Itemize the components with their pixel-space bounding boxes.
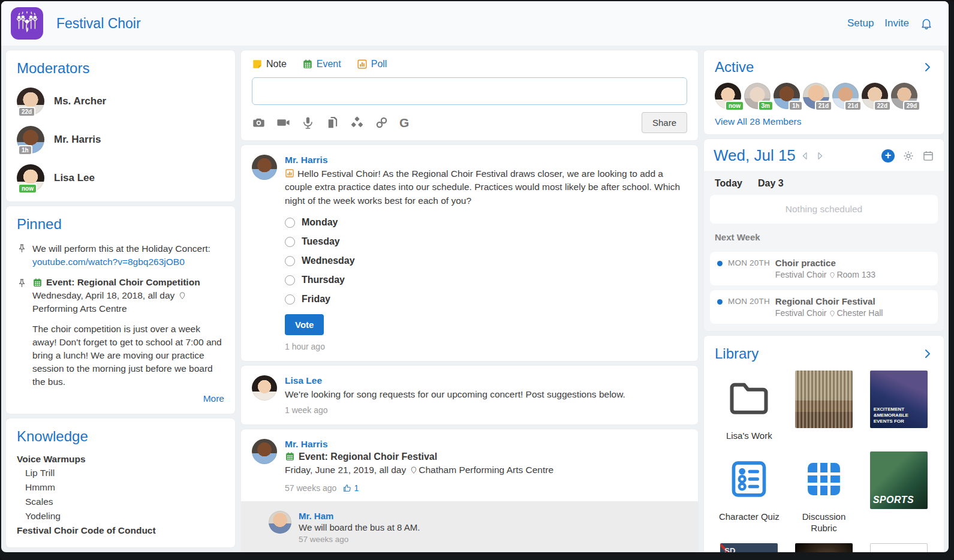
library-video[interactable]: SDvevo bbox=[715, 543, 784, 552]
radio-button[interactable] bbox=[285, 218, 295, 228]
google-drive-icon[interactable]: G bbox=[399, 116, 409, 129]
video-icon[interactable] bbox=[276, 116, 290, 130]
avatar[interactable] bbox=[252, 155, 277, 180]
post-author[interactable]: Lisa Lee bbox=[285, 375, 687, 386]
event-day: MON 20TH bbox=[728, 258, 770, 279]
prev-day-icon[interactable] bbox=[800, 151, 810, 161]
knowledge-item[interactable]: Hmmm bbox=[17, 480, 224, 495]
radio-button[interactable] bbox=[285, 237, 295, 247]
knowledge-folder[interactable]: Festival Choir Code of Conduct bbox=[17, 523, 224, 537]
location-pin-icon bbox=[178, 291, 186, 300]
post-author[interactable]: Mr. Harris bbox=[285, 155, 687, 165]
poll-option[interactable]: Tuesday bbox=[285, 236, 687, 247]
calendar-header: Wed, Jul 15 + bbox=[704, 139, 944, 171]
post-input[interactable] bbox=[252, 77, 687, 105]
sports-photo-thumbnail[interactable]: SPORTS bbox=[870, 451, 928, 509]
knowledge-folder[interactable]: Voice Warmups bbox=[17, 452, 224, 466]
group-logo[interactable] bbox=[11, 7, 43, 40]
post-author[interactable]: Mr. Harris bbox=[285, 439, 687, 450]
share-button[interactable]: Share bbox=[642, 112, 687, 133]
knowledge-item[interactable]: Yodeling bbox=[17, 509, 224, 523]
moderator-row[interactable]: 1h Mr. Harris bbox=[17, 126, 224, 153]
pushpin-icon bbox=[17, 278, 27, 288]
tab-event[interactable]: Event bbox=[302, 59, 341, 70]
pinned-card: Pinned We will perform this at the Holid… bbox=[6, 206, 235, 414]
last-seen-badge: 22d bbox=[874, 101, 891, 111]
chevron-right-icon[interactable] bbox=[922, 348, 933, 359]
chevron-right-icon[interactable] bbox=[922, 62, 933, 73]
vote-button[interactable]: Vote bbox=[285, 314, 324, 335]
events-promo-thumbnail[interactable]: EXCITEMENT &MEMORABLE EVENTS FOR bbox=[870, 371, 928, 428]
library-item-label: Lisa's Work bbox=[726, 430, 772, 442]
add-event-button[interactable]: + bbox=[881, 149, 895, 162]
video-thumbnail[interactable] bbox=[795, 543, 853, 552]
avatar[interactable]: now bbox=[17, 164, 44, 192]
moderator-row[interactable]: now Lisa Lee bbox=[17, 164, 224, 192]
calendar-event[interactable]: MON 20TH Regional Choir Festival Festiva… bbox=[710, 290, 938, 324]
avatar[interactable] bbox=[269, 511, 291, 534]
note-icon bbox=[252, 59, 263, 70]
setup-link[interactable]: Setup bbox=[847, 17, 874, 29]
poll-post: Mr. Harris Hello Festival Choir! As the … bbox=[241, 145, 698, 361]
attach-file-icon[interactable] bbox=[326, 116, 339, 130]
avatar[interactable]: 1h bbox=[17, 126, 44, 153]
pinned-more-link[interactable]: More bbox=[17, 393, 224, 404]
microphone-icon[interactable] bbox=[301, 116, 315, 130]
poll-option[interactable]: Monday bbox=[285, 217, 687, 228]
like-button[interactable]: 1 bbox=[342, 483, 359, 493]
nothing-scheduled: Nothing scheduled bbox=[710, 195, 938, 224]
pinned-youtube-link[interactable]: youtube.com/watch?v=8gbq263jOB0 bbox=[32, 257, 185, 267]
avatar[interactable] bbox=[252, 375, 277, 401]
avatar[interactable] bbox=[252, 439, 277, 464]
pinned-event[interactable]: Event: Regional Choir Competition Wednes… bbox=[17, 277, 224, 389]
library-photo[interactable] bbox=[790, 371, 859, 428]
post-text: Hello Festival Choir! As the Regional Ch… bbox=[285, 167, 687, 207]
last-seen-badge: 1h bbox=[18, 145, 32, 155]
pinned-note[interactable]: We will perform this at the Holiday Conc… bbox=[17, 242, 224, 267]
tab-poll[interactable]: Poll bbox=[357, 59, 387, 70]
library-photo[interactable]: SPORTS bbox=[864, 451, 933, 509]
radio-button[interactable] bbox=[285, 256, 295, 266]
next-day-icon[interactable] bbox=[815, 151, 824, 161]
library-quiz[interactable]: Character Quiz bbox=[715, 451, 784, 523]
poll-icon bbox=[357, 59, 368, 70]
image-placeholder-thumbnail[interactable] bbox=[870, 543, 928, 552]
calendar-icon[interactable] bbox=[922, 150, 934, 162]
link-icon[interactable] bbox=[375, 116, 389, 130]
calendar-event[interactable]: MON 20TH Choir practice Festival ChoirRo… bbox=[710, 252, 938, 285]
knowledge-item[interactable]: Lip Trill bbox=[17, 466, 224, 480]
tab-day[interactable]: Day 3 bbox=[758, 178, 784, 189]
library-video[interactable] bbox=[790, 543, 859, 552]
active-card: Active now 3m 1h 21d 21d 22d 29d View Al… bbox=[704, 50, 944, 134]
poll-option[interactable]: Wednesday bbox=[285, 255, 687, 266]
comment-author[interactable]: Mr. Ham bbox=[299, 511, 420, 521]
invite-link[interactable]: Invite bbox=[884, 17, 909, 29]
pinned-note-text: We will perform this at the Holiday Conc… bbox=[32, 242, 224, 255]
tab-today[interactable]: Today bbox=[715, 178, 742, 189]
radio-button[interactable] bbox=[285, 294, 295, 305]
event-dot bbox=[717, 261, 723, 266]
knowledge-item[interactable]: Scales bbox=[17, 495, 224, 509]
view-all-members-link[interactable]: View All 28 Members bbox=[715, 116, 801, 127]
last-seen-badge: 29d bbox=[903, 101, 920, 111]
moderator-row[interactable]: 22d Ms. Archer bbox=[17, 88, 224, 115]
library-rubric[interactable]: Discussion Rubric bbox=[790, 451, 859, 534]
event-title: Regional Choir Festival bbox=[775, 296, 883, 306]
tab-note[interactable]: Note bbox=[252, 59, 287, 70]
video-thumbnail[interactable]: SDvevo bbox=[720, 543, 778, 552]
gear-icon[interactable] bbox=[902, 150, 914, 162]
notifications-bell-icon[interactable] bbox=[920, 17, 933, 30]
blocks-icon[interactable] bbox=[350, 116, 364, 130]
poll-option[interactable]: Friday bbox=[285, 294, 687, 305]
moderators-card: Moderators 22d Ms. Archer 1h Mr. Harris … bbox=[6, 50, 235, 201]
poll-option[interactable]: Thursday bbox=[285, 275, 687, 285]
library-folder[interactable]: Lisa's Work bbox=[715, 371, 784, 442]
library-photo[interactable]: EXCITEMENT &MEMORABLE EVENTS FOR bbox=[864, 371, 933, 428]
app-header: Festival Choir Setup Invite bbox=[1, 1, 949, 46]
organ-photo-thumbnail[interactable] bbox=[795, 371, 853, 428]
event-title: Choir practice bbox=[775, 258, 875, 268]
camera-icon[interactable] bbox=[252, 116, 266, 130]
library-image[interactable] bbox=[864, 543, 933, 552]
avatar[interactable]: 22d bbox=[17, 88, 44, 115]
radio-button[interactable] bbox=[285, 275, 295, 285]
